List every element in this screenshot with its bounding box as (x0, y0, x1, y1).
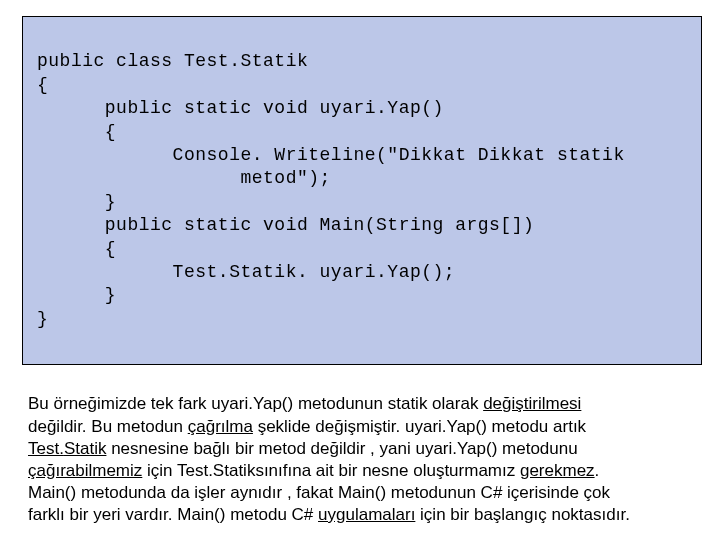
slide: public class Test.Statik { public static… (0, 0, 720, 540)
code-line: } (37, 309, 48, 329)
explanation-paragraph: Bu örneğimizde tek fark uyari.Yap() meto… (22, 393, 702, 526)
text-underlined: Test. (28, 439, 64, 458)
code-line: metod"); (37, 168, 331, 188)
text: nesnesine bağlı bir metod değildir , yan… (106, 439, 577, 458)
text: şeklide değişmiştir. uyari.Yap() metodu … (253, 417, 586, 436)
code-line: } (37, 285, 116, 305)
text: için bir başlangıç noktasıdır. (415, 505, 630, 524)
code-line: { (37, 75, 48, 95)
code-line: public class Test.Statik (37, 51, 308, 71)
text-underlined: uygulamaları (318, 505, 415, 524)
text: Main() metodunda da işler aynıdır , faka… (28, 483, 610, 502)
code-line: { (37, 122, 116, 142)
code-line: Test.Statik. uyari.Yap(); (37, 262, 455, 282)
text: farklı bir yeri vardır. Main() metodu C# (28, 505, 318, 524)
code-line: public static void Main(String args[]) (37, 215, 534, 235)
text: değildir. Bu metodun (28, 417, 188, 436)
text: için Test.Statiksınıfına ait bir nesne o… (142, 461, 520, 480)
text: . (595, 461, 600, 480)
code-line: public static void uyari.Yap() (37, 98, 444, 118)
text: Bu örneğimizde tek fark uyari.Yap() meto… (28, 394, 483, 413)
text-underlined: Statik (64, 439, 107, 458)
text-underlined: çağrılma (188, 417, 253, 436)
code-line: { (37, 239, 116, 259)
code-line: Console. Writeline("Dikkat Dikkat statik (37, 145, 625, 165)
code-line: } (37, 192, 116, 212)
text-underlined: değiştirilmesi (483, 394, 581, 413)
text-underlined: gerekmez (520, 461, 595, 480)
text-underlined: çağırabilmemiz (28, 461, 142, 480)
code-block: public class Test.Statik { public static… (22, 16, 702, 365)
